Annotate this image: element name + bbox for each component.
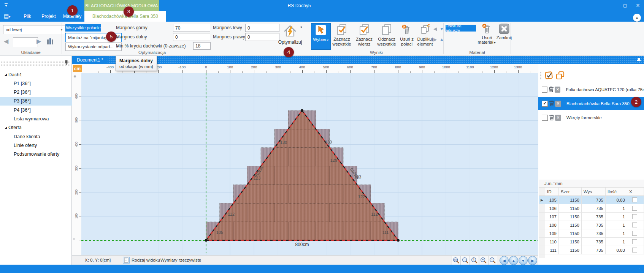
material-row-0[interactable]: ✕Folia dachowa AQUATEC 120 (rolka 75m2 xyxy=(538,83,644,96)
expander-icon[interactable]: ◢ xyxy=(3,73,8,76)
app-menu-icon[interactable]: ▤▾ xyxy=(4,13,10,19)
wyniki-button-1[interactable]: Zaznacz wszystkie xyxy=(330,23,354,49)
menu-plik[interactable]: Plik xyxy=(17,11,37,22)
prev-arrow-icon[interactable]: ◀ xyxy=(4,38,8,45)
row-checkbox[interactable] xyxy=(632,206,637,211)
table-cell-x[interactable] xyxy=(627,238,644,246)
tab-document1[interactable]: Document1 * xyxy=(72,56,108,64)
sheet-id-label: 111 xyxy=(382,230,389,235)
table-cell-x[interactable] xyxy=(627,213,644,221)
all-slopes-button[interactable]: Wszystkie połacie xyxy=(65,24,101,32)
table-row[interactable]: 11011507351 xyxy=(539,238,644,246)
select-check-icon[interactable] xyxy=(544,71,554,81)
column-header-x[interactable]: X xyxy=(627,188,644,196)
zoom-width-icon[interactable]: ↔ xyxy=(461,256,470,265)
zoom-selection-icon[interactable]: I xyxy=(470,256,479,265)
columns-icon[interactable] xyxy=(47,38,53,46)
direction-combo-value: od lewej xyxy=(6,27,22,32)
menu-projekt[interactable]: Projekt xyxy=(37,11,60,22)
ribbon-collapse-button[interactable]: ▲ xyxy=(633,14,641,22)
wyniki-button-3[interactable]: Odznacz wszystkie xyxy=(375,23,398,49)
pan-right-icon[interactable]: ▶ xyxy=(528,256,537,265)
tree-item-oferta[interactable]: ◢Oferta xyxy=(0,123,75,132)
project-tree-sidebar: ◢Dach1P1 [36°]P2 [36°]P3 [36°]P4 [36°]Li… xyxy=(0,56,72,265)
table-row[interactable]: ▶10511507350.83 xyxy=(539,196,644,204)
pin-icon[interactable] xyxy=(637,57,641,64)
row-checkbox[interactable] xyxy=(632,197,637,202)
zoom-in-icon[interactable]: + xyxy=(488,256,497,265)
margin-bottom-input[interactable]: 0 xyxy=(173,33,210,41)
wyniki-button-4[interactable]: Usuń z połaci xyxy=(398,23,415,49)
minimize-button[interactable]: – xyxy=(606,0,618,11)
trash-icon[interactable] xyxy=(549,114,554,121)
remove-x-icon[interactable]: ✕ xyxy=(555,115,561,121)
expander-icon[interactable]: ◢ xyxy=(3,126,8,129)
roof-layout-canvas[interactable]: 130130129610cm123610cm123122112112105111… xyxy=(81,73,538,256)
table-cell-x[interactable] xyxy=(627,221,644,229)
material-row-2[interactable]: ✕Wkręty farmerskie xyxy=(538,111,644,124)
table-cell-x[interactable] xyxy=(627,246,644,254)
quick-access-icon[interactable]: ▼ xyxy=(5,3,8,8)
pan-down-icon[interactable]: ▼ xyxy=(519,256,528,265)
tree-item-dach1[interactable]: ◢Dach1 xyxy=(0,70,75,79)
direction-combo[interactable]: od lewej▼ xyxy=(3,25,65,34)
trash-icon[interactable] xyxy=(549,100,554,107)
table-cell: 1150 xyxy=(559,204,582,213)
row-checkbox[interactable] xyxy=(632,223,637,227)
layout-index-input[interactable] xyxy=(13,37,38,47)
table-cell-x[interactable] xyxy=(627,196,644,204)
row-checkbox[interactable] xyxy=(632,214,637,219)
column-header-wys[interactable]: Wys xyxy=(582,188,606,196)
min-coverage-input[interactable]: 18 xyxy=(193,42,211,50)
row-checkbox[interactable] xyxy=(632,239,637,244)
material-checkbox[interactable]: ✓ xyxy=(542,101,548,107)
pan-up-icon[interactable]: ▲ xyxy=(509,256,518,265)
table-row[interactable]: 11111507350.83 xyxy=(539,246,644,254)
duplicate-icon[interactable] xyxy=(555,71,565,81)
pan-left-icon[interactable]: ◀ xyxy=(500,256,509,265)
trash-icon[interactable] xyxy=(549,86,554,93)
material-row-1[interactable]: ✓✕Blachodachówka Bella Sara 350 xyxy=(538,97,644,110)
wyniki-button-5[interactable]: CDuplikuj element xyxy=(415,23,435,49)
column-header-id[interactable]: ID xyxy=(545,188,559,196)
pin-icon[interactable] xyxy=(64,60,68,67)
table-cell-x[interactable] xyxy=(627,204,644,213)
resize-grip[interactable]: ⋱ xyxy=(639,268,643,272)
material-checkbox[interactable] xyxy=(542,115,548,121)
close-button[interactable]: ✕ xyxy=(632,0,644,11)
table-cell: 1150 xyxy=(559,213,582,221)
sheet-texture-button[interactable]: Tekstura arkuszy xyxy=(446,25,476,32)
maximize-button[interactable]: ▢ xyxy=(619,0,631,11)
row-checkbox[interactable] xyxy=(632,231,637,236)
remove-x-icon[interactable]: ✕ xyxy=(555,101,561,107)
remove-x-icon[interactable]: ✕ xyxy=(555,87,560,93)
table-cell: 110 xyxy=(545,238,559,246)
remove-material-button[interactable]: Usuń materiał▼ xyxy=(476,23,498,44)
move-right-icon[interactable]: ▶ xyxy=(433,37,437,42)
view-mode-value[interactable]: Wymiary rzeczywiste xyxy=(160,256,201,265)
material-checkbox[interactable] xyxy=(542,87,547,93)
table-row[interactable]: 10611507351 xyxy=(539,204,644,213)
close-material-button[interactable]: Zamknij xyxy=(496,23,512,40)
next-arrow-icon[interactable]: ▶ xyxy=(36,38,41,45)
wyniki-button-0[interactable]: Wybierz xyxy=(311,23,331,50)
column-header-ilość[interactable]: Ilość xyxy=(606,188,627,196)
move-left-icon[interactable]: ◀ xyxy=(433,26,437,32)
zoom-out-icon[interactable]: − xyxy=(479,256,488,265)
waste-combo[interactable]: Wykorzystanie odpad...▼ xyxy=(65,43,122,51)
table-row[interactable]: 10911507351 xyxy=(539,229,644,238)
zoom-100-icon[interactable]: 100 xyxy=(452,256,461,265)
ruler-marker-icon[interactable]: ⊖ xyxy=(73,74,76,78)
table-cell-x[interactable] xyxy=(627,229,644,238)
drag-handle[interactable] xyxy=(540,72,541,80)
view-mode-icon[interactable] xyxy=(123,257,130,265)
margin-top-input[interactable]: 70 xyxy=(173,24,210,32)
ruler-origin-marker-icon[interactable]: ○— xyxy=(73,237,78,241)
wyniki-button-2[interactable]: Zaznacz wiersz xyxy=(354,23,375,49)
row-checkbox[interactable] xyxy=(632,248,637,252)
column-header-szer[interactable]: Szer xyxy=(559,188,582,196)
table-row[interactable]: 10811507351 xyxy=(539,221,644,229)
sheet-id-label: 123 xyxy=(254,176,260,180)
field-label: Min % krycia dachówki (0-zawsze) xyxy=(116,43,186,49)
table-row[interactable]: 10711507351 xyxy=(539,213,644,221)
